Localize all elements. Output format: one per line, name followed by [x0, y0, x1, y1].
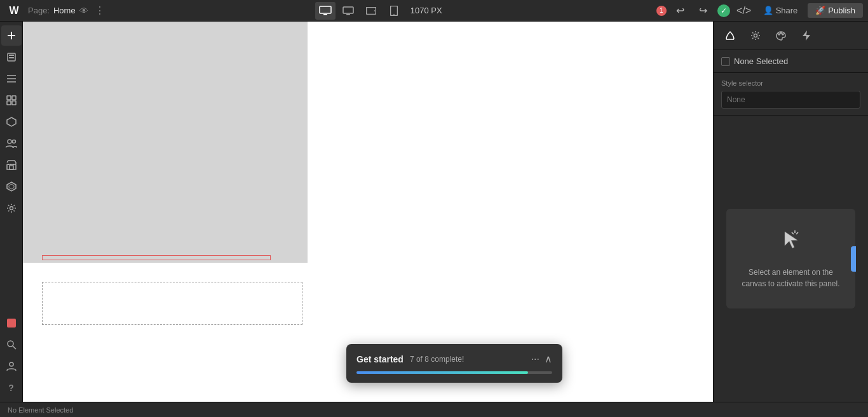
svg-rect-3: [346, 14, 350, 15]
none-selected-row: None Selected: [714, 50, 868, 73]
sidebar-item-pages[interactable]: [1, 47, 22, 67]
svg-point-34: [780, 32, 782, 34]
topbar: W Page: Home 👁 ⋮: [0, 0, 868, 22]
svg-marker-20: [7, 117, 16, 126]
eye-icon[interactable]: 👁: [79, 6, 88, 16]
canvas-area[interactable]: Get started 7 of 8 complete! ··· ∧: [23, 22, 713, 402]
svg-rect-0: [320, 6, 331, 13]
svg-rect-2: [343, 7, 353, 13]
panel-tab-style[interactable]: [721, 27, 739, 44]
svg-line-38: [792, 232, 794, 234]
canvas-dashed-box: [42, 282, 302, 325]
svg-line-39: [796, 232, 798, 234]
panel-tab-lightning[interactable]: [797, 27, 815, 44]
panel-empty-text: Select an element on the canvas to activ…: [739, 267, 843, 289]
get-started-toast: Get started 7 of 8 complete! ··· ∧: [346, 344, 562, 383]
toast-progress-bar-fill: [356, 371, 528, 374]
main: ? Get started 7 of 8 complete! ··· ∧: [0, 22, 868, 402]
panel-side-tab: [851, 246, 856, 272]
panel-tab-color[interactable]: [772, 27, 790, 44]
bottom-bar: No Element Selected: [0, 402, 868, 417]
panel-tabs: [714, 22, 868, 50]
sidebar-item-shop[interactable]: [1, 155, 22, 175]
sidebar-item-components[interactable]: [1, 112, 22, 132]
share-button[interactable]: 👤 Share: [758, 3, 803, 18]
sidebar-item-community[interactable]: [1, 356, 22, 376]
sidebar-item-assets[interactable]: [1, 90, 22, 110]
status-text: No Element Selected: [8, 406, 73, 414]
toast-progress-text: 7 of 8 complete!: [410, 355, 464, 364]
style-selector-section: Style selector: [714, 73, 868, 116]
toast-more-icon[interactable]: ···: [531, 354, 539, 365]
svg-rect-11: [9, 55, 14, 56]
svg-point-32: [754, 34, 757, 37]
topbar-more-icon[interactable]: ⋮: [95, 4, 105, 17]
page-name[interactable]: Home: [53, 6, 76, 15]
publish-button[interactable]: 🚀 Publish: [808, 3, 863, 18]
canvas-red-outline: [42, 255, 271, 260]
svg-point-5: [374, 10, 375, 11]
toast-progress-bar-bg: [356, 371, 552, 374]
none-selected-checkbox[interactable]: [721, 57, 730, 66]
sidebar-item-layers[interactable]: [1, 69, 22, 89]
sidebar-item-search[interactable]: [1, 334, 22, 355]
notification-badge[interactable]: 1: [656, 6, 667, 16]
page-info: Page: Home 👁 ⋮: [28, 4, 105, 17]
style-selector-input[interactable]: [721, 91, 860, 109]
svg-rect-18: [7, 101, 11, 105]
none-selected-label: None Selected: [734, 56, 788, 66]
svg-marker-36: [803, 30, 810, 41]
sidebar-item-apps[interactable]: [1, 176, 22, 197]
device-desktop[interactable]: [338, 2, 358, 20]
toast-title: Get started: [356, 354, 403, 364]
sidebar-item-recording[interactable]: [1, 313, 22, 333]
device-tablet[interactable]: [384, 2, 404, 20]
svg-marker-24: [7, 182, 16, 191]
svg-point-22: [12, 140, 15, 143]
svg-point-30: [10, 362, 13, 366]
cursor-icon: [780, 228, 803, 256]
svg-line-29: [13, 346, 16, 349]
canvas-gray-block: [23, 22, 308, 263]
sidebar-item-team[interactable]: [1, 133, 22, 154]
share-icon: 👤: [763, 6, 773, 15]
status-indicator: ✓: [717, 4, 730, 17]
sidebar-item-help[interactable]: ?: [1, 378, 22, 398]
device-tablet-landscape[interactable]: [361, 2, 381, 20]
logo: W: [5, 2, 23, 20]
toast-collapse-icon[interactable]: ∧: [545, 353, 552, 365]
sidebar-item-add[interactable]: [1, 25, 22, 46]
svg-point-21: [8, 140, 11, 143]
svg-rect-16: [7, 96, 11, 100]
left-sidebar: ?: [0, 22, 23, 402]
sidebar-item-settings[interactable]: [1, 198, 22, 218]
device-desktop-large[interactable]: [315, 2, 336, 20]
svg-rect-27: [7, 319, 16, 328]
svg-rect-17: [12, 96, 16, 100]
undo-button[interactable]: ↩: [672, 2, 689, 20]
publish-icon: 🚀: [815, 6, 825, 15]
svg-rect-19: [12, 101, 16, 105]
svg-point-33: [778, 34, 780, 35]
width-display: 1070 PX: [407, 6, 446, 15]
svg-marker-25: [9, 184, 14, 189]
svg-rect-23: [10, 166, 13, 169]
redo-button[interactable]: ↪: [695, 2, 712, 20]
page-label: Page:: [28, 6, 50, 15]
panel-tab-settings[interactable]: [747, 27, 764, 44]
toast-header: Get started 7 of 8 complete! ··· ∧: [356, 353, 552, 365]
right-controls: 1 ↩ ↪ ✓ </> 👤 Share 🚀 Publish: [656, 2, 863, 20]
code-button[interactable]: </>: [735, 2, 753, 20]
svg-point-28: [8, 341, 13, 347]
style-selector-label: Style selector: [721, 79, 860, 87]
svg-point-7: [393, 13, 395, 15]
svg-rect-1: [323, 14, 327, 15]
svg-point-35: [782, 34, 783, 35]
panel-empty-card: Select an element on the canvas to activ…: [726, 209, 855, 308]
right-panel: None Selected Style selector: [713, 22, 868, 402]
device-controls: 1070 PX: [315, 2, 446, 20]
svg-rect-12: [9, 57, 14, 58]
toast-controls: ··· ∧: [531, 353, 552, 365]
panel-empty: Select an element on the canvas to activ…: [714, 116, 868, 402]
svg-point-26: [10, 207, 13, 210]
